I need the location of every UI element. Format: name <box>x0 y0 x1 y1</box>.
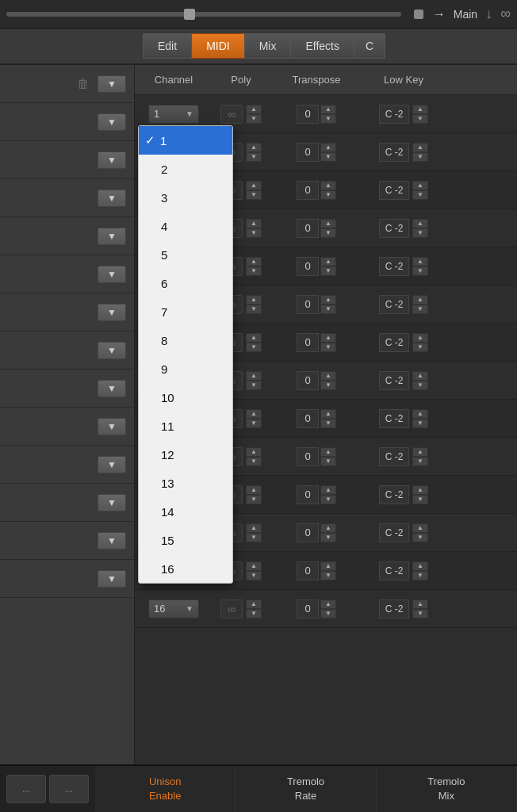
lowkey-dn-11[interactable]: ▼ <box>412 533 428 542</box>
poly-spin-dn-1[interactable]: ▼ <box>246 152 262 162</box>
transpose-up-9[interactable]: ▲ <box>320 447 336 457</box>
dropdown-option-10[interactable]: 10 <box>139 383 232 412</box>
transpose-dn-12[interactable]: ▼ <box>320 571 336 580</box>
poly-spin-dn-3[interactable]: ▼ <box>246 228 262 238</box>
poly-spin-dn-0[interactable]: ▼ <box>246 114 262 124</box>
lowkey-up-13[interactable]: ▲ <box>412 599 428 609</box>
dropdown-option-1[interactable]: ✓ 1 <box>139 126 232 155</box>
sidebar-dropdown-5[interactable]: ▼ <box>98 266 126 283</box>
poly-infinity-13[interactable]: ∞ <box>220 599 243 619</box>
transpose-up-6[interactable]: ▲ <box>320 333 336 343</box>
dropdown-option-15[interactable]: 15 <box>139 526 232 554</box>
sidebar-dropdown-2[interactable]: ▼ <box>98 151 126 169</box>
trash-icon[interactable]: 🗑 <box>75 75 91 94</box>
poly-infinity-0[interactable]: ∞ <box>220 105 243 124</box>
lowkey-dn-3[interactable]: ▼ <box>412 228 428 238</box>
dropdown-option-13[interactable]: 13 <box>139 469 232 497</box>
transpose-up-4[interactable]: ▲ <box>320 257 336 266</box>
lowkey-up-0[interactable]: ▲ <box>412 105 428 114</box>
lowkey-up-6[interactable]: ▲ <box>412 333 428 343</box>
dropdown-option-6[interactable]: 6 <box>139 269 232 297</box>
poly-spin-up-9[interactable]: ▲ <box>246 447 262 457</box>
transpose-dn-5[interactable]: ▼ <box>320 304 336 314</box>
transpose-up-0[interactable]: ▲ <box>320 105 336 114</box>
transport-slider-thumb[interactable] <box>184 9 195 20</box>
poly-spin-dn-2[interactable]: ▼ <box>246 190 262 200</box>
poly-spin-up-3[interactable]: ▲ <box>246 219 262 228</box>
sidebar-dropdown-0[interactable]: ▼ <box>98 75 126 93</box>
transpose-dn-9[interactable]: ▼ <box>320 457 336 466</box>
tab-effects[interactable]: Effects <box>290 33 354 59</box>
poly-spin-dn-10[interactable]: ▼ <box>246 495 262 504</box>
poly-spin-up-10[interactable]: ▲ <box>246 485 262 495</box>
dropdown-option-14[interactable]: 14 <box>139 497 232 526</box>
lowkey-up-7[interactable]: ▲ <box>412 371 428 381</box>
tremolo-rate-button[interactable]: TremoloRate <box>236 766 376 812</box>
transpose-up-8[interactable]: ▲ <box>320 409 336 419</box>
tab-extra[interactable]: C <box>354 33 385 59</box>
poly-spin-up-13[interactable]: ▲ <box>246 599 262 609</box>
dropdown-option-5[interactable]: 5 <box>139 240 232 269</box>
sidebar-dropdown-8[interactable]: ▼ <box>98 380 126 397</box>
poly-spin-dn-9[interactable]: ▼ <box>246 457 262 466</box>
lowkey-up-4[interactable]: ▲ <box>412 257 428 266</box>
small-btn-1[interactable]: ... <box>6 775 46 803</box>
small-btn-2[interactable]: ... <box>49 775 89 803</box>
sidebar-dropdown-6[interactable]: ▼ <box>98 304 126 321</box>
poly-spin-dn-8[interactable]: ▼ <box>246 419 262 428</box>
transpose-up-3[interactable]: ▲ <box>320 219 336 228</box>
poly-spin-up-12[interactable]: ▲ <box>246 561 262 571</box>
poly-spin-dn-7[interactable]: ▼ <box>246 381 262 390</box>
sidebar-dropdown-7[interactable]: ▼ <box>98 342 126 359</box>
transpose-dn-13[interactable]: ▼ <box>320 609 336 619</box>
transpose-dn-11[interactable]: ▼ <box>320 533 336 542</box>
transpose-dn-10[interactable]: ▼ <box>320 495 336 504</box>
poly-spin-up-8[interactable]: ▲ <box>246 409 262 419</box>
transpose-up-2[interactable]: ▲ <box>320 181 336 190</box>
lowkey-dn-4[interactable]: ▼ <box>412 266 428 276</box>
lowkey-dn-9[interactable]: ▼ <box>412 457 428 466</box>
lowkey-up-5[interactable]: ▲ <box>412 295 428 304</box>
poly-spin-up-6[interactable]: ▲ <box>246 333 262 343</box>
dropdown-option-3[interactable]: 3 <box>139 183 232 212</box>
transpose-up-7[interactable]: ▲ <box>320 371 336 381</box>
poly-spin-dn-12[interactable]: ▼ <box>246 571 262 580</box>
dropdown-option-8[interactable]: 8 <box>139 326 232 354</box>
transport-slider-track[interactable] <box>6 12 401 17</box>
sidebar-dropdown-13[interactable]: ▼ <box>98 570 126 588</box>
lowkey-up-10[interactable]: ▲ <box>412 485 428 495</box>
lowkey-up-12[interactable]: ▲ <box>412 561 428 571</box>
sidebar-dropdown-3[interactable]: ▼ <box>98 190 126 207</box>
lowkey-dn-13[interactable]: ▼ <box>412 609 428 619</box>
transpose-up-11[interactable]: ▲ <box>320 523 336 533</box>
lowkey-dn-10[interactable]: ▼ <box>412 495 428 504</box>
poly-spin-up-4[interactable]: ▲ <box>246 257 262 266</box>
dropdown-option-2[interactable]: 2 <box>139 155 232 183</box>
lowkey-dn-6[interactable]: ▼ <box>412 343 428 352</box>
poly-spin-up-0[interactable]: ▲ <box>246 105 262 114</box>
sidebar-dropdown-4[interactable]: ▼ <box>98 228 126 245</box>
transpose-up-13[interactable]: ▲ <box>320 599 336 609</box>
transpose-up-1[interactable]: ▲ <box>320 143 336 152</box>
transpose-up-12[interactable]: ▲ <box>320 561 336 571</box>
poly-spin-up-1[interactable]: ▲ <box>246 143 262 152</box>
poly-spin-up-11[interactable]: ▲ <box>246 523 262 533</box>
lowkey-up-2[interactable]: ▲ <box>412 181 428 190</box>
poly-spin-dn-6[interactable]: ▼ <box>246 343 262 352</box>
sidebar-dropdown-9[interactable]: ▼ <box>98 418 126 435</box>
lowkey-dn-1[interactable]: ▼ <box>412 152 428 162</box>
lowkey-dn-12[interactable]: ▼ <box>412 571 428 580</box>
channel-selector-0[interactable]: 1 ▼ <box>148 105 199 124</box>
transport-knob[interactable] <box>414 10 423 19</box>
tab-midi[interactable]: MIDI <box>191 33 245 59</box>
tab-edit[interactable]: Edit <box>143 33 192 59</box>
lowkey-dn-7[interactable]: ▼ <box>412 381 428 390</box>
transpose-dn-0[interactable]: ▼ <box>320 114 336 124</box>
sidebar-dropdown-10[interactable]: ▼ <box>98 456 126 473</box>
poly-spin-dn-11[interactable]: ▼ <box>246 533 262 542</box>
lowkey-up-8[interactable]: ▲ <box>412 409 428 419</box>
lowkey-up-9[interactable]: ▲ <box>412 447 428 457</box>
transpose-dn-3[interactable]: ▼ <box>320 228 336 238</box>
transpose-dn-4[interactable]: ▼ <box>320 266 336 276</box>
sidebar-dropdown-1[interactable]: ▼ <box>98 113 126 131</box>
